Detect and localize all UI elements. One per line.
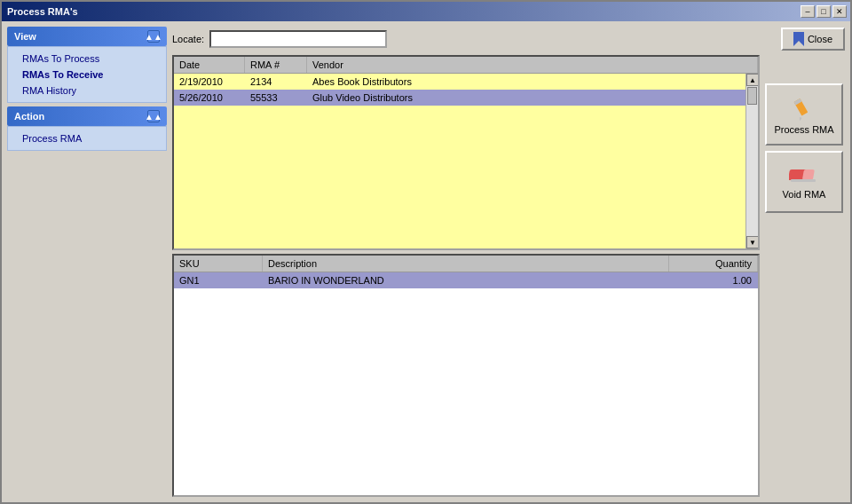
table-row[interactable]	[174, 406, 758, 425]
view-section-label: View	[14, 31, 36, 42]
tables-area: Date RMA # Vendor 2/19/2010 2134 Abes Bo…	[172, 55, 760, 497]
view-section-items: RMAs To Process RMAs To Receive RMA Hist…	[7, 46, 167, 103]
rma-rows: 2/19/2010 2134 Abes Book Distributors 5/…	[174, 74, 746, 248]
main-window: Process RMA's – □ ✕ View ▲▲ RMAs To Proc…	[0, 0, 852, 504]
table-row[interactable]: GN1 BARIO IN WONDERLAND 1.00	[174, 272, 758, 288]
rma-vendor-cell: Abes Book Distributors	[307, 74, 746, 90]
bookmark-icon	[793, 32, 804, 46]
table-row[interactable]	[174, 203, 746, 223]
locate-area: Locate:	[172, 30, 387, 48]
table-row[interactable]	[174, 366, 758, 386]
table-row[interactable]	[174, 125, 746, 145]
top-bar: Locate: Close	[172, 27, 845, 51]
maximize-button[interactable]: □	[816, 5, 831, 18]
table-row[interactable]	[174, 308, 758, 327]
title-bar: Process RMA's – □ ✕	[2, 2, 850, 21]
table-row[interactable]	[174, 145, 746, 164]
action-collapse-button[interactable]: ▲▲	[147, 110, 160, 122]
action-section-label: Action	[14, 111, 44, 122]
rma-col-rma: RMA #	[245, 57, 307, 73]
table-row[interactable]: 2/19/2010 2134 Abes Book Distributors	[174, 74, 746, 90]
rma-table-body: 2/19/2010 2134 Abes Book Distributors 5/…	[174, 74, 758, 248]
content-area: Date RMA # Vendor 2/19/2010 2134 Abes Bo…	[172, 55, 845, 497]
view-section-header[interactable]: View ▲▲	[7, 27, 167, 46]
table-row[interactable]	[174, 347, 758, 366]
view-section: View ▲▲ RMAs To Process RMAs To Receive …	[7, 27, 167, 103]
svg-marker-2	[798, 116, 802, 121]
table-row[interactable]	[174, 386, 758, 406]
pencil-icon	[791, 94, 817, 121]
table-row[interactable]: 5/26/2010 55533 Glub Video Distributors	[174, 90, 746, 106]
action-section-items: Process RMA	[7, 126, 167, 151]
right-buttons: Process RMA Void RMA	[765, 83, 845, 497]
scroll-down-button[interactable]: ▼	[746, 236, 758, 248]
action-section-header[interactable]: Action ▲▲	[7, 106, 167, 126]
table-row[interactable]	[174, 106, 746, 125]
rma-scrollbar[interactable]: ▲ ▼	[746, 74, 758, 248]
rma-date-cell: 5/26/2010	[174, 90, 245, 106]
sku-table-header: SKU Description Quantity	[174, 256, 758, 272]
sidebar-item-process-rma[interactable]: Process RMA	[8, 130, 166, 146]
svg-rect-5	[802, 169, 815, 180]
svg-marker-0	[793, 32, 804, 46]
rma-col-date: Date	[174, 57, 245, 73]
sku-col-desc: Description	[263, 256, 669, 272]
minimize-button[interactable]: –	[801, 5, 815, 18]
rma-table-header: Date RMA # Vendor	[174, 57, 758, 74]
scroll-up-button[interactable]: ▲	[746, 74, 758, 86]
action-section: Action ▲▲ Process RMA	[7, 106, 167, 151]
rma-num-cell: 55533	[245, 90, 307, 106]
sku-table-container: SKU Description Quantity GN1 BARIO IN WO…	[172, 254, 760, 497]
rma-num-cell: 2134	[245, 74, 307, 90]
void-rma-button[interactable]: Void RMA	[765, 151, 843, 213]
sku-table-body: GN1 BARIO IN WONDERLAND 1.00	[174, 272, 758, 495]
rma-date-cell: 2/19/2010	[174, 74, 245, 90]
sidebar-item-rmas-to-receive[interactable]: RMAs To Receive	[8, 67, 166, 83]
scroll-track	[746, 86, 758, 236]
rma-vendor-cell: Glub Video Distributors	[307, 90, 746, 106]
locate-input[interactable]	[209, 30, 387, 48]
eraser-icon	[789, 164, 819, 185]
window-title: Process RMA's	[5, 6, 78, 17]
table-row[interactable]	[174, 164, 746, 184]
sku-quantity-cell: 1.00	[669, 272, 758, 288]
window-close-button[interactable]: ✕	[832, 5, 847, 18]
sku-cell: GN1	[174, 272, 263, 288]
main-area: Locate: Close Date	[172, 27, 845, 497]
process-rma-button-label: Process RMA	[774, 124, 833, 135]
view-collapse-button[interactable]: ▲▲	[147, 30, 160, 43]
table-row[interactable]	[174, 327, 758, 347]
sidebar: View ▲▲ RMAs To Process RMAs To Receive …	[7, 27, 167, 497]
sku-col-qty: Quantity	[669, 256, 758, 272]
close-button[interactable]: Close	[781, 28, 845, 51]
scroll-thumb[interactable]	[747, 87, 757, 105]
locate-label: Locate:	[172, 34, 204, 44]
sidebar-item-rmas-to-process[interactable]: RMAs To Process	[8, 51, 166, 67]
rma-col-vendor: Vendor	[307, 57, 758, 73]
sku-col-sku: SKU	[174, 256, 263, 272]
sidebar-item-rma-history[interactable]: RMA History	[8, 83, 166, 98]
window-body: View ▲▲ RMAs To Process RMAs To Receive …	[2, 21, 850, 502]
process-rma-button[interactable]: Process RMA	[765, 83, 843, 146]
sku-description-cell: BARIO IN WONDERLAND	[263, 272, 669, 288]
void-rma-button-label: Void RMA	[783, 189, 826, 200]
rma-table-container: Date RMA # Vendor 2/19/2010 2134 Abes Bo…	[172, 55, 760, 250]
table-row[interactable]	[174, 184, 746, 203]
svg-rect-6	[791, 179, 816, 182]
table-row[interactable]	[174, 288, 758, 308]
window-controls: – □ ✕	[801, 5, 847, 18]
